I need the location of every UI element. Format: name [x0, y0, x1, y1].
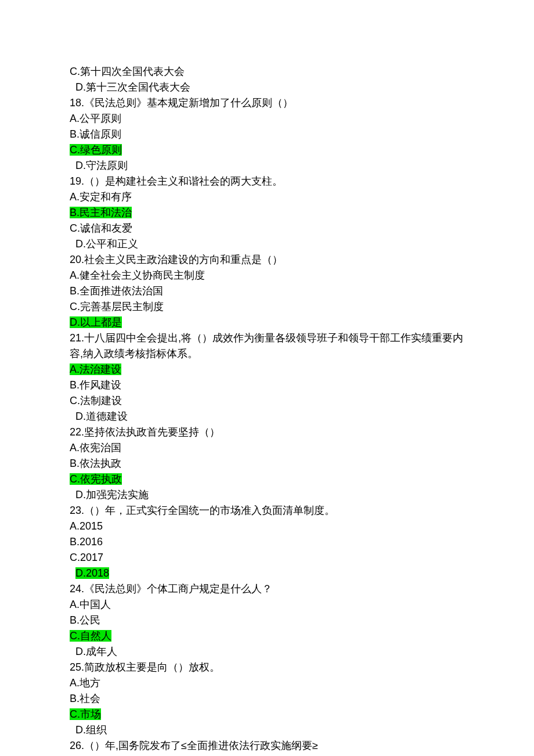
text-content: A.中国人	[70, 599, 111, 610]
text-content: B.作风建设	[70, 379, 121, 391]
text-content: B.公民	[70, 614, 100, 626]
text-line: 19.（）是构建社会主义和谐社会的两大支柱。	[70, 174, 464, 189]
text-content: 24.《民法总则》个体工商户规定是什么人？	[70, 583, 272, 595]
text-line: D.公平和正义	[70, 236, 464, 252]
text-line: C.市场	[70, 707, 464, 722]
text-line: C.完善基层民主制度	[70, 299, 464, 315]
text-line: C.2017	[70, 550, 464, 566]
text-content: B.依法执政	[70, 458, 121, 469]
text-line: 22.坚持依法执政首先要坚持（）	[70, 424, 464, 440]
highlighted-answer: C.市场	[70, 708, 101, 720]
text-content: 18.《民法总则》基本规定新增加了什么原则（）	[70, 97, 293, 109]
text-line: C.绿色原则	[70, 142, 464, 158]
text-line: 24.《民法总则》个体工商户规定是什么人？	[70, 581, 464, 597]
text-content: A.2015	[70, 520, 103, 532]
highlighted-answer: C.依宪执政	[70, 473, 122, 485]
text-content: A.公平原则	[70, 113, 121, 124]
text-line: D.以上都是	[70, 315, 464, 330]
text-content: D.加强宪法实施	[75, 489, 149, 501]
text-content: C.法制建设	[70, 395, 122, 406]
text-line: B.作风建设	[70, 377, 464, 393]
text-line: D.道德建设	[70, 409, 464, 424]
text-content: D.道德建设	[75, 411, 128, 422]
document-page: C.第十四次全国代表大会D.第十三次全国代表大会18.《民法总则》基本规定新增加…	[0, 0, 534, 756]
text-line: A.安定和有序	[70, 189, 464, 205]
text-line: A.公平原则	[70, 111, 464, 127]
highlighted-answer: C.绿色原则	[70, 144, 122, 156]
text-content: D.组织	[75, 724, 107, 736]
text-content: 22.坚持依法执政首先要坚持（）	[70, 426, 220, 438]
text-content: B.诚信原则	[70, 128, 121, 140]
text-content: C.第十四次全国代表大会	[70, 66, 185, 77]
text-line: 20.社会主义民主政治建设的方向和重点是（）	[70, 252, 464, 268]
text-line: D.加强宪法实施	[70, 487, 464, 503]
text-content: A.健全社会主义协商民主制度	[70, 269, 205, 281]
highlighted-answer: C.自然人	[70, 630, 111, 642]
text-content: 21.十八届四中全会提出,将（）成效作为衡量各级领导班子和领导干部工作实绩重要内…	[70, 332, 463, 359]
text-content: D.公平和正义	[75, 238, 138, 250]
text-content: 19.（）是构建社会主义和谐社会的两大支柱。	[70, 175, 283, 187]
text-line: C.诚信和友爱	[70, 221, 464, 236]
text-content: D.第十三次全国代表大会	[75, 81, 190, 93]
text-line: B.诚信原则	[70, 127, 464, 142]
text-content: D.守法原则	[75, 160, 128, 171]
highlighted-answer: B.民主和法治	[70, 207, 132, 218]
text-line: B.民主和法治	[70, 205, 464, 221]
text-line: C.依宪执政	[70, 471, 464, 487]
text-content: B.全面推进依法治国	[70, 285, 163, 297]
text-content: C.2017	[70, 552, 103, 563]
text-line: B.2016	[70, 534, 464, 550]
text-line: C.第十四次全国代表大会	[70, 64, 464, 80]
text-content: 26.（）年,国务院发布了≤全面推进依法行政实施纲要≥	[70, 740, 318, 751]
text-content: A.地方	[70, 677, 100, 689]
text-line: D.组织	[70, 722, 464, 738]
highlighted-answer: D.2018	[75, 567, 109, 579]
text-line: 21.十八届四中全会提出,将（）成效作为衡量各级领导班子和领导干部工作实绩重要内…	[70, 330, 464, 362]
text-content: B.社会	[70, 693, 100, 704]
text-content: C.完善基层民主制度	[70, 301, 164, 312]
text-line: D.成年人	[70, 644, 464, 660]
text-content: A.依宪治国	[70, 442, 121, 453]
text-line: B.依法执政	[70, 456, 464, 471]
text-line: 26.（）年,国务院发布了≤全面推进依法行政实施纲要≥	[70, 738, 464, 754]
text-line: A.中国人	[70, 597, 464, 613]
text-line: D.第十三次全国代表大会	[70, 80, 464, 95]
text-line: A.地方	[70, 675, 464, 691]
text-line: B.公民	[70, 613, 464, 628]
text-line: 23.（）年，正式实行全国统一的市场准入负面清单制度。	[70, 503, 464, 519]
text-line: C.自然人	[70, 628, 464, 644]
text-line: B.全面推进依法治国	[70, 283, 464, 299]
text-content: 25.简政放权主要是向（）放权。	[70, 661, 220, 673]
text-line: D.守法原则	[70, 158, 464, 174]
highlighted-answer: D.以上都是	[70, 316, 122, 328]
text-line: B.社会	[70, 691, 464, 707]
text-line: A.依宪治国	[70, 440, 464, 456]
text-line: D.2018	[70, 566, 464, 581]
text-line: A.法治建设	[70, 362, 464, 377]
text-content: 23.（）年，正式实行全国统一的市场准入负面清单制度。	[70, 505, 335, 516]
text-content: C.诚信和友爱	[70, 222, 132, 234]
text-line: C.法制建设	[70, 393, 464, 409]
text-content: 20.社会主义民主政治建设的方向和重点是（）	[70, 254, 283, 265]
text-line: 18.《民法总则》基本规定新增加了什么原则（）	[70, 95, 464, 111]
text-content: A.安定和有序	[70, 191, 132, 203]
highlighted-answer: A.法治建设	[70, 363, 121, 375]
text-content: B.2016	[70, 536, 103, 548]
text-content: D.成年人	[75, 646, 117, 657]
text-line: 25.简政放权主要是向（）放权。	[70, 660, 464, 675]
text-line: A.2015	[70, 519, 464, 534]
text-line: A.健全社会主义协商民主制度	[70, 268, 464, 283]
